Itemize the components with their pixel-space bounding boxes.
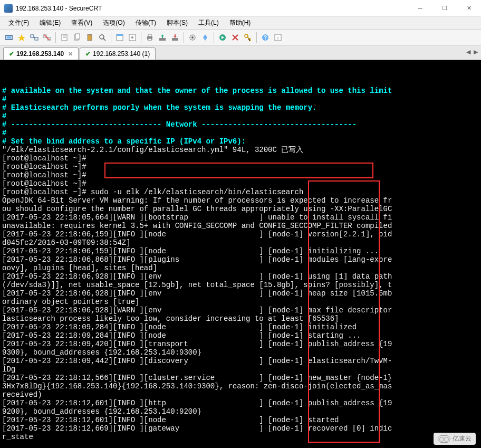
transfer-receive-icon[interactable] — [169, 32, 181, 43]
watermark-text: 亿速云 — [453, 434, 472, 443]
minimize-button[interactable]: ─ — [408, 0, 432, 17]
menu-file[interactable]: 文件(F) — [4, 17, 33, 28]
close-button[interactable]: ✕ — [457, 0, 481, 17]
menu-options[interactable]: 选项(O) — [99, 17, 129, 28]
tab-active[interactable]: ✔ 192.168.253.140 ✕ — [3, 47, 79, 60]
menu-edit[interactable]: 编辑(E) — [35, 17, 65, 28]
tab-inactive[interactable]: ✔ 192.168.253.140 (1) — [80, 47, 156, 60]
terminal-line: [2017-05-23 22:18:09,420][INFO ][transpo… — [2, 340, 479, 348]
terminal-line: received) — [2, 390, 479, 399]
tab-nav-left-icon[interactable]: ◀ — [466, 49, 470, 55]
paste-icon[interactable] — [84, 32, 95, 43]
key-icon[interactable] — [242, 32, 254, 43]
terminal-line: oovy], plugins [head], sites [head] — [2, 264, 479, 272]
terminal-line: "/elk/elasticsearch-2.2.1/config/elastic… — [2, 146, 479, 154]
menu-bar: 文件(F) 编辑(E) 查看(V) 选项(O) 传输(T) 脚本(S) 工具(L… — [0, 17, 481, 30]
terminal-line: lDg — [2, 365, 479, 374]
svg-point-14 — [100, 35, 104, 39]
svg-text:?: ? — [264, 35, 267, 41]
terminal-line: [2017-05-23 22:18:12,601][INFO ][http ] … — [2, 399, 479, 407]
connect-icon[interactable] — [3, 32, 15, 43]
terminal-line: [2017-05-23 22:18:06,159][INFO ][node ] … — [2, 230, 479, 239]
svg-rect-21 — [148, 34, 151, 36]
svg-rect-17 — [117, 34, 123, 36]
menu-tools[interactable]: 工具(L) — [194, 17, 223, 28]
quick-connect-icon[interactable] — [16, 32, 27, 43]
terminal-output[interactable]: # available on the system and that the o… — [0, 60, 481, 448]
properties-icon[interactable] — [114, 32, 126, 43]
toolbar-separator — [214, 32, 214, 43]
terminal-line: # Elasticsearch performs poorly when the… — [2, 103, 479, 112]
terminal-line: ordinary object pointers [true] — [2, 298, 479, 306]
reconnect-icon[interactable] — [28, 32, 40, 43]
menu-transfer[interactable]: 传输(T) — [131, 17, 160, 28]
profile-icon[interactable] — [59, 32, 70, 43]
script-stop-icon[interactable] — [229, 32, 241, 43]
terminal-line: lasticsearch process likely too low, con… — [2, 314, 479, 323]
watermark-logo-icon — [438, 435, 450, 443]
help-icon[interactable]: ? — [259, 32, 271, 43]
terminal-line: [2017-05-23 22:18:06,928][WARN ][env ] [… — [2, 306, 479, 314]
toolbar-separator — [256, 32, 257, 43]
tab-nav: ◀ ▶ — [466, 49, 478, 55]
terminal-line: 3Hx7x8lDg}{192.168.253.140}{192.168.253.… — [2, 382, 479, 390]
svg-rect-23 — [159, 38, 166, 41]
terminal-line: [2017-05-23 22:18:12,669][INFO ][gateway… — [2, 424, 479, 433]
terminal-line: OpenJDK 64-Bit Server VM warning: If the… — [2, 196, 479, 205]
terminal-line: [2017-05-23 22:18:12,601][INFO ][node ] … — [2, 416, 479, 424]
tab-label: 192.168.253.140 (1) — [93, 50, 150, 58]
print-icon[interactable] — [144, 32, 156, 43]
terminal-line: # Set the bind address to a specific IP … — [2, 137, 479, 146]
terminal-line: [2017-05-23 22:18:12,566][INFO ][cluster… — [2, 374, 479, 382]
menu-help[interactable]: 帮助(H) — [225, 17, 255, 28]
session-options-icon[interactable] — [127, 32, 138, 43]
terminal-line: [2017-05-23 22:18:06,868][INFO ][plugins… — [2, 255, 479, 264]
toggle-icon[interactable] — [199, 32, 211, 43]
options-icon[interactable] — [187, 32, 198, 43]
terminal-line: r_state — [2, 433, 479, 441]
terminal-line: ou should configure the number of parall… — [2, 205, 479, 213]
svg-line-15 — [103, 39, 105, 41]
terminal-line: [2017-05-23 22:18:05,664][WARN ][bootstr… — [2, 213, 479, 222]
svg-point-26 — [191, 36, 194, 39]
menu-script[interactable]: 脚本(S) — [162, 17, 192, 28]
svg-rect-2 — [31, 35, 34, 37]
terminal-line: [2017-05-23 22:18:09,284][INFO ][node ] … — [2, 323, 479, 331]
tab-label: 192.168.253.140 — [16, 50, 64, 58]
tab-nav-right-icon[interactable]: ▶ — [474, 49, 478, 55]
watermark: 亿速云 — [434, 433, 476, 445]
svg-rect-1 — [7, 36, 11, 39]
svg-rect-11 — [75, 34, 80, 39]
menu-view[interactable]: 查看(V) — [67, 17, 97, 28]
terminal-line: [2017-05-23 22:18:06,928][INFO ][env ] [… — [2, 272, 479, 281]
toolbar-separator — [111, 32, 111, 43]
terminal-line: [root@localhost ~]# — [2, 171, 479, 179]
copy-icon[interactable] — [71, 32, 83, 43]
svg-rect-13 — [89, 34, 91, 35]
titlebar-left: 192.168.253.140 - SecureCRT — [0, 4, 102, 13]
maximize-button[interactable]: ☐ — [432, 0, 457, 17]
svg-rect-24 — [172, 38, 178, 41]
terminal-line: 9200}, bound_addresses {192.168.253.140:… — [2, 407, 479, 416]
window-title: 192.168.253.140 - SecureCRT — [16, 5, 102, 12]
disconnect-icon[interactable] — [41, 32, 53, 43]
find-icon[interactable] — [97, 32, 108, 43]
terminal-line: [root@localhost ~]# — [2, 154, 479, 163]
svg-rect-22 — [148, 39, 151, 41]
window-controls: ─ ☐ ✕ — [408, 0, 481, 17]
terminal-line: d045fc2/2016-03-09T09:38:54Z] — [2, 239, 479, 247]
toolbar: ? i — [0, 30, 481, 45]
connected-icon: ✔ — [9, 50, 14, 58]
close-tab-icon[interactable]: ✕ — [68, 51, 73, 58]
toolbar-separator — [141, 32, 141, 43]
transfer-send-icon[interactable] — [157, 32, 168, 43]
terminal-line: [2017-05-23 22:18:09,442][INFO ][discove… — [2, 357, 479, 365]
script-run-icon[interactable] — [217, 32, 228, 43]
info-icon[interactable]: i — [272, 32, 284, 43]
svg-text:i: i — [277, 35, 278, 41]
svg-point-19 — [131, 36, 133, 39]
terminal-line: [2017-05-23 22:18:06,928][INFO ][env ] [… — [2, 289, 479, 298]
terminal-line: # — [2, 112, 479, 120]
terminal-line: [root@localhost ~]# sudo -u elk /elk/ela… — [2, 188, 479, 196]
connected-icon: ✔ — [85, 50, 91, 58]
